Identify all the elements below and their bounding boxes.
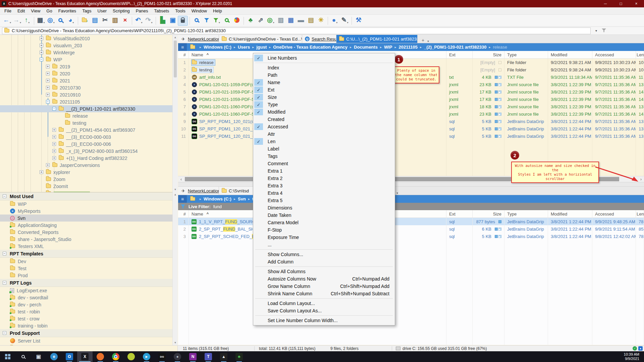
scroll-down-icon[interactable]: ▼: [173, 187, 178, 192]
tree-item-visualvm-203[interactable]: +visualvm_203: [0, 42, 172, 49]
statistics-pie-button[interactable]: [232, 16, 242, 26]
tree-item-20211105[interactable]: −20211105: [0, 98, 172, 105]
collapse-box-icon[interactable]: −: [40, 58, 43, 61]
tab-c-users-jgust-onedrive-texas-ed-wip[interactable]: C:\Users\jgust\OneDrive - Texas Ed...\WI…: [219, 35, 302, 43]
close-button[interactable]: ×: [629, 0, 644, 7]
menu-item-show-all-columns[interactable]: Show All Columns: [253, 268, 395, 275]
address-dropdown-icon[interactable]: ▾: [593, 29, 599, 33]
tab-list-icon[interactable]: ▾: [395, 191, 400, 195]
tree-item--1-hard-coding-artf382322[interactable]: ++(1)_Hard Coding artf382322: [0, 155, 172, 162]
menu-item-len[interactable]: ✓Len: [253, 138, 395, 145]
catalog-section-most-used[interactable]: −Most Used: [0, 192, 172, 200]
expand-box-icon[interactable]: +: [52, 142, 56, 146]
breadcrumb-segment[interactable]: WIP: [384, 45, 392, 50]
menu-item-autosize-columns-now[interactable]: Autosize Columns NowCtrl+Numpad Add: [253, 275, 395, 283]
catalog-scrollbar[interactable]: ▲ ▼: [172, 192, 178, 345]
breadcrumb-segment[interactable]: Documents: [354, 45, 378, 50]
tree-scrollbar[interactable]: ▲ ▼: [172, 35, 178, 192]
taskbar-app-green-oval-button[interactable]: [123, 351, 139, 362]
menu-view[interactable]: View: [28, 8, 43, 14]
color-ball-button[interactable]: ●▾: [330, 16, 340, 26]
column-header-type[interactable]: Type: [504, 210, 548, 218]
menu-item-label[interactable]: Label: [253, 145, 395, 153]
file-row[interactable]: 11DGSP_RPT_PDM1_120_021_CSV(old).sqlsql5…: [178, 132, 644, 140]
expand-box-icon[interactable]: +: [46, 72, 50, 75]
locator-button[interactable]: ◎▾: [266, 16, 276, 26]
filter-button[interactable]: [202, 16, 212, 26]
lock-button[interactable]: [178, 16, 188, 26]
file-row[interactable]: 6×PDM1-120-021-1059-PDF-SUB02(old).jrxml…: [178, 96, 644, 103]
menu-item-f-stop[interactable]: F-Stop: [253, 226, 395, 234]
tree-item-2021[interactable]: +2021: [0, 77, 172, 84]
expand-box-icon[interactable]: +: [52, 156, 56, 160]
catalog-item-testers-xml[interactable]: Testers XML: [0, 243, 172, 250]
new-folder-button[interactable]: +: [80, 16, 90, 26]
expand-box-icon[interactable]: +: [46, 79, 50, 82]
menu-item-name[interactable]: ✓Name: [253, 79, 395, 86]
menu-item-type[interactable]: ✓Type: [253, 101, 395, 108]
menu-item-size[interactable]: ✓Size: [253, 94, 395, 101]
catalog-section-rpt-templates[interactable]: −RPT Templates: [0, 250, 172, 258]
menu-edit[interactable]: Edit: [14, 8, 28, 14]
collapse-box-icon[interactable]: −: [3, 194, 6, 198]
catalog-item-server-list[interactable]: Server List: [0, 337, 172, 344]
column-header-size[interactable]: Size: [473, 51, 504, 58]
menu-item-load-column-layout-[interactable]: Load Column Layout...: [253, 300, 395, 307]
file-row[interactable]: 1DG1_1_V_RPT_FUND_SOURCE_CT.sqlsql877 by…: [178, 218, 644, 225]
catalog-item-test-robin[interactable]: test - robin: [0, 308, 172, 315]
breadcrumb-segment[interactable]: Windows (C:): [204, 45, 231, 50]
new-tab-button[interactable]: +: [420, 38, 426, 43]
catalog-item-dev-swordtail[interactable]: dev - swordtail: [0, 294, 172, 301]
menu-panes[interactable]: Panes: [133, 8, 151, 14]
catalog-item-logexpert-exe[interactable]: LogExpert.exe: [0, 287, 172, 294]
column-header-num[interactable]: #: [178, 51, 189, 58]
file-row[interactable]: 10DGSP_RPT_PDM1_120_021_C_CSV(old).sqlsq…: [178, 125, 644, 132]
menu-item--[interactable]: ...: [253, 241, 395, 248]
expand-box-icon[interactable]: +: [40, 37, 43, 40]
tree-item-jasperconversions[interactable]: +JasperConversions: [0, 162, 172, 169]
menu-item-show-columns-[interactable]: Show Columns...: [253, 251, 395, 258]
tree-item-20210910[interactable]: +20210910: [0, 91, 172, 98]
taskbar-task-view-button[interactable]: ▣: [31, 351, 46, 362]
catalog-section-prod-support[interactable]: −Prod Support: [0, 329, 172, 337]
column-header-mod[interactable]: Modified: [548, 210, 592, 218]
wrench-button[interactable]: ⚒: [354, 16, 364, 26]
column-header-len[interactable]: Len: [636, 210, 644, 218]
taskbar-datagrip-button[interactable]: DG: [154, 351, 170, 362]
collapse-box-icon[interactable]: −: [52, 107, 56, 111]
tree-item-visualstudio2010[interactable]: +VisualStudio2010: [0, 35, 172, 42]
expand-box-icon[interactable]: +: [46, 93, 50, 97]
expand-box-icon[interactable]: +: [40, 44, 43, 47]
tree-item-zoomit[interactable]: ZoomIt: [0, 183, 172, 190]
menu-scripting[interactable]: Scripting: [110, 8, 133, 14]
expand-box-icon[interactable]: +: [46, 65, 50, 68]
tab-networklocationsfull[interactable]: ✈NetworkLocationsFull: [178, 187, 219, 195]
taskbar-xyplorer-button[interactable]: X: [77, 351, 93, 362]
tree-item--3-ecd0-000-003[interactable]: +__(3)_ECD0-000-003: [0, 133, 172, 140]
taskbar-logexpert-button[interactable]: ♣: [231, 351, 247, 362]
menu-file[interactable]: File: [1, 8, 14, 14]
column-header-acc[interactable]: Accessed: [592, 51, 636, 58]
menu-item-date-taken[interactable]: Date Taken: [253, 212, 395, 219]
column-header-size[interactable]: Size: [473, 210, 504, 218]
expand-box-icon[interactable]: +: [52, 149, 56, 153]
collapse-box-icon[interactable]: −: [3, 252, 6, 255]
tree-item-zoom[interactable]: Zoom: [0, 176, 172, 183]
menu-item-camera-model[interactable]: Camera Model: [253, 219, 395, 226]
file-row[interactable]: 8×PDM1-120-021-1060-PDF-SUB01(old).jrxml…: [178, 110, 644, 118]
hotlist-button[interactable]: ◎▾: [46, 16, 56, 26]
address-input[interactable]: C:\Users\jgust\OneDrive - Texas Educatio…: [2, 27, 591, 34]
breadcrumb-segment[interactable]: Users: [238, 45, 250, 50]
menu-go[interactable]: Go: [43, 8, 55, 14]
menu-item-comment[interactable]: Comment: [253, 160, 395, 167]
grid-button[interactable]: ▦: [286, 16, 296, 26]
tab-list-icon[interactable]: ▾: [426, 40, 431, 43]
menu-item-accessed[interactable]: ✓Accessed: [253, 123, 395, 130]
scroll-up-icon[interactable]: ▲: [173, 192, 178, 197]
file-row[interactable]: 7×PDM1-120-021-1060-PDF(old).jrxmljrxml1…: [178, 103, 644, 110]
catalog-item-test[interactable]: Test: [0, 265, 172, 272]
catalog-item-myreports[interactable]: ×MyReports: [0, 207, 172, 215]
taskbar-clock[interactable]: 10:39 AM 9/9/2021: [624, 352, 639, 361]
menu-favorites[interactable]: Favorites: [55, 8, 79, 14]
column-header-len[interactable]: Len: [636, 51, 644, 58]
